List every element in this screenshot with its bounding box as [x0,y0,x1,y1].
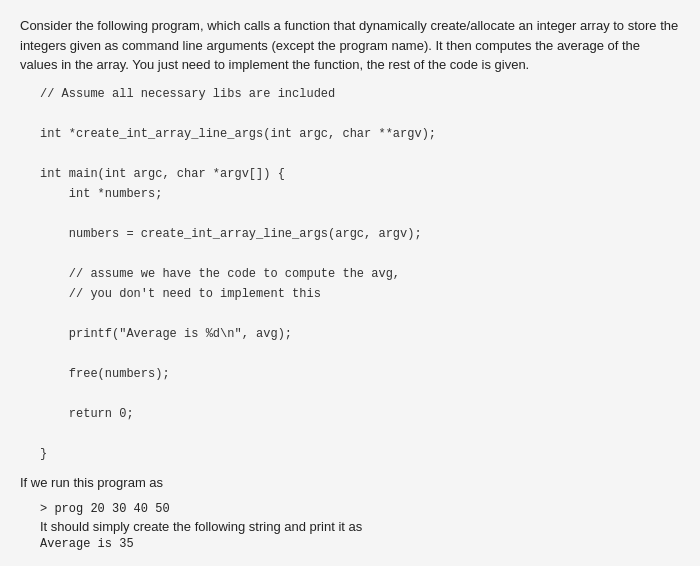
code-line-4 [20,145,680,163]
code-line-16 [20,385,680,403]
code-line-1: // Assume all necessary libs are include… [20,85,680,103]
code-line-13: printf("Average is %d\n", avg); [20,325,680,343]
code-line-10: // assume we have the code to compute th… [20,265,680,283]
code-line-12 [20,305,680,323]
code-line-6: int *numbers; [20,185,680,203]
code-line-7 [20,205,680,223]
code-line-3: int *create_int_array_line_args(int argc… [20,125,680,143]
code-line-17: return 0; [20,405,680,423]
code-line-15: free(numbers); [20,365,680,383]
code-line-14 [20,345,680,363]
code-line-9 [20,245,680,263]
run-section: If we run this program as > prog 20 30 4… [20,473,680,552]
code-block-section: // Assume all necessary libs are include… [20,85,680,463]
run-command: > prog 20 30 40 50 [20,502,680,516]
description-1: Consider the following program, which ca… [20,16,680,75]
run-intro: If we run this program as [20,473,680,493]
code-line-8: numbers = create_int_array_line_args(arg… [20,225,680,243]
code-line-2 [20,105,680,123]
code-line-19: } [20,445,680,463]
code-line-11: // you don't need to implement this [20,285,680,303]
code-line-5: int main(int argc, char *argv[]) { [20,165,680,183]
run-desc: It should simply create the following st… [20,519,680,534]
description-2: Assume we will always type numbers as ab… [20,561,680,566]
run-output: Average is 35 [20,537,680,551]
code-line-18 [20,425,680,443]
